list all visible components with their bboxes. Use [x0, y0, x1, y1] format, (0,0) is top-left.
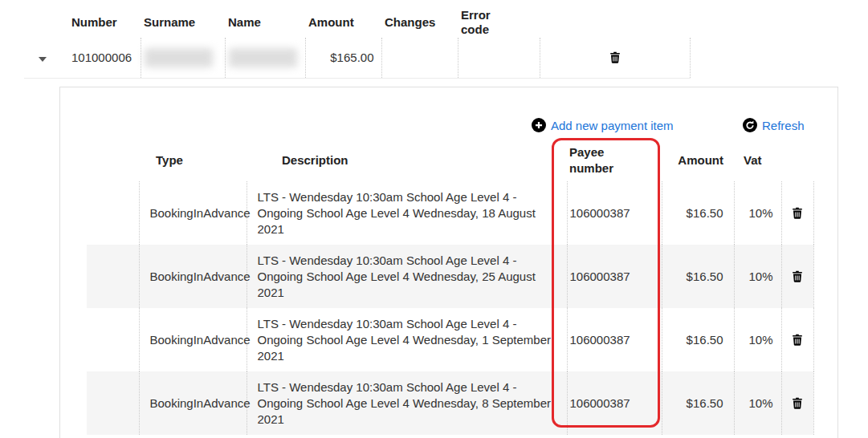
vat-column-header: Vat: [734, 139, 781, 181]
payment-row: 101000006 $165.00: [24, 38, 690, 78]
delete-item-icon[interactable]: [791, 396, 804, 410]
item-payee-number-cell: 106000387: [567, 308, 662, 371]
item-amount-cell: $16.50: [662, 371, 734, 435]
item-amount-cell: $16.50: [662, 308, 734, 371]
item-type-cell: BookingInAdvance: [139, 371, 247, 435]
item-payee-number-cell: 106000387: [567, 181, 662, 245]
item-vat-cell: 10%: [734, 181, 781, 245]
changes-column-header: Changes: [381, 6, 458, 38]
description-column-header: Description: [247, 139, 567, 181]
blank-cell: [87, 245, 139, 308]
item-vat-cell: 10%: [734, 245, 781, 308]
payment-items-header-row: Type Description Payee number Amount Vat: [87, 139, 813, 181]
payee-number-column-header: Payee number: [567, 139, 662, 181]
payments-page: { "main_table": { "headers": { "number":…: [0, 0, 868, 438]
collapse-row-icon[interactable]: [39, 57, 47, 62]
add-payment-item-label: Add new payment item: [551, 119, 674, 132]
item-payee-number-cell: 106000387: [567, 245, 662, 308]
name-column-header: Name: [225, 6, 305, 38]
refresh-link[interactable]: Refresh: [743, 118, 805, 132]
changes-cell: [381, 38, 458, 78]
name-cell: [225, 38, 305, 78]
item-payee-number-cell: 106000387: [567, 371, 662, 435]
delete-item-icon[interactable]: [791, 333, 804, 347]
item-delete-cell: [781, 308, 813, 371]
blank-column-header: [87, 139, 139, 181]
item-vat-cell: 10%: [734, 371, 781, 435]
delete-item-icon[interactable]: [791, 206, 804, 220]
payment-items-table: Type Description Payee number Amount Vat…: [87, 139, 814, 435]
payment-amount-cell: $165.00: [305, 38, 381, 78]
item-description-cell: LTS - Wendesday 10:30am School Age Level…: [247, 308, 567, 371]
delete-column-header: [540, 6, 690, 38]
delete-item-icon[interactable]: [791, 270, 804, 283]
payment-item-row: BookingInAdvance LTS - Wendesday 10:30am…: [87, 308, 813, 371]
item-delete-cell: [781, 245, 813, 308]
payments-header-row: Number Surname Name Amount Changes Error…: [24, 6, 690, 38]
delete-payment-icon[interactable]: [609, 51, 621, 64]
item-description-cell: LTS - Wendesday 10:30am School Age Level…: [247, 371, 567, 435]
item-vat-cell: 10%: [734, 308, 781, 371]
payments-table: Number Surname Name Amount Changes Error…: [24, 6, 691, 79]
error-code-cell: [458, 38, 540, 78]
refresh-circle-icon: [743, 118, 757, 132]
expander-column-header: [24, 6, 68, 38]
blank-cell: [87, 371, 139, 435]
error-code-column-header: Error code: [458, 6, 540, 38]
surname-redacted: [145, 48, 213, 67]
surname-cell: [141, 38, 225, 78]
add-circle-icon: [532, 118, 546, 132]
refresh-label: Refresh: [762, 119, 805, 132]
number-column-header: Number: [68, 6, 141, 38]
type-column-header: Type: [139, 139, 247, 181]
add-payment-item-link[interactable]: Add new payment item: [532, 118, 674, 132]
item-delete-cell: [781, 181, 813, 245]
blank-cell: [87, 181, 139, 245]
amount-column-header: Amount: [305, 6, 381, 38]
blank-cell: [87, 308, 139, 371]
payment-item-row: BookingInAdvance LTS - Wendesday 10:30am…: [87, 181, 813, 245]
item-type-cell: BookingInAdvance: [139, 245, 247, 308]
payment-detail-panel: Add new payment item Refresh Type Descri…: [59, 87, 838, 438]
item-amount-cell: $16.50: [662, 245, 734, 308]
item-delete-column-header: [781, 139, 813, 181]
item-description-cell: LTS - Wendesday 10:30am School Age Level…: [247, 181, 567, 245]
name-redacted: [229, 48, 297, 67]
item-description-cell: LTS - Wendesday 10:30am School Age Level…: [247, 245, 567, 308]
item-type-cell: BookingInAdvance: [139, 308, 247, 371]
expander-cell: [24, 38, 68, 78]
item-amount-column-header: Amount: [662, 139, 734, 181]
payment-item-row: BookingInAdvance LTS - Wendesday 10:30am…: [87, 371, 813, 435]
payment-item-row: BookingInAdvance LTS - Wendesday 10:30am…: [87, 245, 813, 308]
surname-column-header: Surname: [141, 6, 225, 38]
payment-number-cell: 101000006: [68, 38, 141, 78]
item-amount-cell: $16.50: [662, 181, 734, 245]
delete-payment-cell: [540, 38, 690, 78]
item-type-cell: BookingInAdvance: [139, 181, 247, 245]
item-delete-cell: [781, 371, 813, 435]
